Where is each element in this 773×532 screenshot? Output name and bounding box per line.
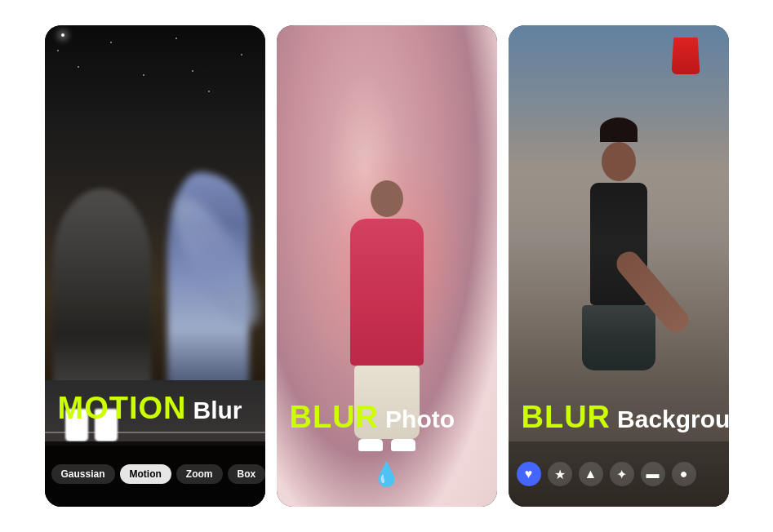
head [602, 142, 636, 181]
card-1-title-row: MOTION Blur [45, 391, 265, 426]
icon-rect[interactable]: ▬ [641, 462, 665, 486]
cards-container: MOTION Blur Gaussian Motion Zoom Box [29, 9, 745, 523]
skirt [582, 305, 655, 370]
card-blur-background: BLUR Background ♥ ★ ▲ ✦ ▬ ● [509, 25, 729, 507]
tab-motion[interactable]: Motion [120, 464, 171, 484]
card-2-accent-word: BLUR [290, 400, 380, 435]
person-upper [558, 117, 680, 305]
icon-cloud[interactable]: ● [672, 462, 696, 486]
tab-zoom[interactable]: Zoom [176, 464, 223, 484]
red-cup-container [672, 38, 700, 74]
red-cup [672, 38, 700, 74]
figure-arm [158, 186, 265, 338]
icon-heart[interactable]: ♥ [517, 462, 541, 486]
person-jacket [350, 219, 424, 366]
card-1-tabs-bar: Gaussian Motion Zoom Box [45, 441, 265, 507]
card-3-bottom-bar: ♥ ★ ▲ ✦ ▬ ● [509, 441, 729, 507]
card-1-text-area: MOTION Blur [45, 391, 265, 429]
card-blur-photo: BLUR Photo 💧 [277, 25, 497, 507]
card-motion-blur: MOTION Blur Gaussian Motion Zoom Box [45, 25, 265, 507]
card-3-normal-word: Background [617, 406, 728, 433]
card-3-text-area: BLUR Background [509, 400, 729, 435]
tab-gaussian[interactable]: Gaussian [51, 464, 115, 484]
street-light [61, 33, 64, 37]
torso-wrapper [558, 183, 680, 305]
card-3-accent-word: BLUR [522, 400, 611, 435]
tab-box[interactable]: Box [228, 464, 265, 484]
card-2-normal-word: Photo [385, 406, 455, 433]
card-1-normal-word: Blur [193, 397, 242, 424]
card-2-text-area: BLUR Photo [277, 400, 497, 435]
card-3-person [558, 152, 680, 437]
icon-game[interactable]: ✦ [610, 462, 634, 486]
icon-star[interactable]: ★ [548, 462, 572, 486]
card-2-bottom-bar: 💧 [277, 441, 497, 507]
card-1-accent-word: MOTION [58, 391, 187, 426]
icon-triangle[interactable]: ▲ [579, 462, 603, 486]
person-head [371, 180, 403, 217]
hair [600, 117, 638, 142]
droplet-icon[interactable]: 💧 [372, 461, 401, 488]
